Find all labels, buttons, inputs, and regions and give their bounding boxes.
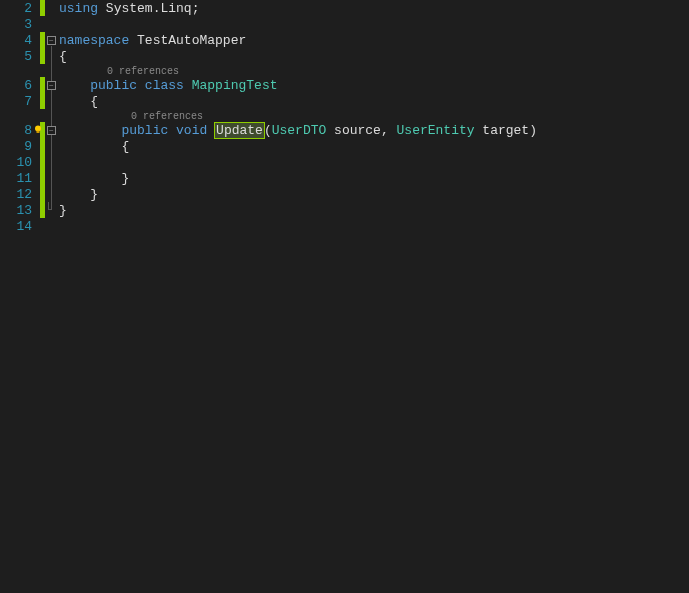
code-line[interactable]: } <box>59 171 689 187</box>
line-number: 2 <box>0 1 40 17</box>
code-line[interactable] <box>59 219 689 235</box>
line-number: 7 <box>0 94 40 110</box>
code-line[interactable]: { <box>59 94 689 110</box>
line-number: 14 <box>0 219 40 235</box>
code-folding-column: − − − <box>45 0 59 593</box>
code-line[interactable]: } <box>59 203 689 219</box>
line-number: 10 <box>0 155 40 171</box>
fold-toggle[interactable]: − <box>47 81 56 90</box>
code-line[interactable]: { <box>59 49 689 65</box>
fold-toggle[interactable]: − <box>47 126 56 135</box>
line-number: 12 <box>0 187 40 203</box>
codelens-references[interactable]: 0 references <box>59 65 689 78</box>
svg-rect-1 <box>37 131 40 133</box>
line-number: 13 <box>0 203 40 219</box>
code-line[interactable]: using System.Linq; <box>59 1 689 17</box>
code-line[interactable]: public class MappingTest <box>59 78 689 94</box>
svg-point-0 <box>35 126 41 132</box>
line-number: 8 <box>0 123 40 139</box>
code-line[interactable]: public void Update(UserDTO source, UserE… <box>59 123 689 139</box>
code-line[interactable] <box>59 17 689 33</box>
codelens-references[interactable]: 0 references <box>59 110 689 123</box>
line-number: 6 <box>0 78 40 94</box>
line-number: 4 <box>0 33 40 49</box>
line-number: 9 <box>0 139 40 155</box>
line-number: 5 <box>0 49 40 65</box>
line-number: 11 <box>0 171 40 187</box>
line-number-gutter: 2 3 4 5 6 7 8 9 10 11 12 13 14 <box>0 0 40 593</box>
code-line[interactable] <box>59 155 689 171</box>
lightbulb-icon[interactable] <box>32 124 44 136</box>
selected-identifier[interactable]: Update <box>214 122 265 139</box>
code-line[interactable]: } <box>59 187 689 203</box>
line-number: 3 <box>0 17 40 33</box>
code-line[interactable]: namespace TestAutoMapper <box>59 33 689 49</box>
code-editor[interactable]: using System.Linq; namespace TestAutoMap… <box>59 0 689 593</box>
code-line[interactable]: { <box>59 139 689 155</box>
fold-toggle[interactable]: − <box>47 36 56 45</box>
